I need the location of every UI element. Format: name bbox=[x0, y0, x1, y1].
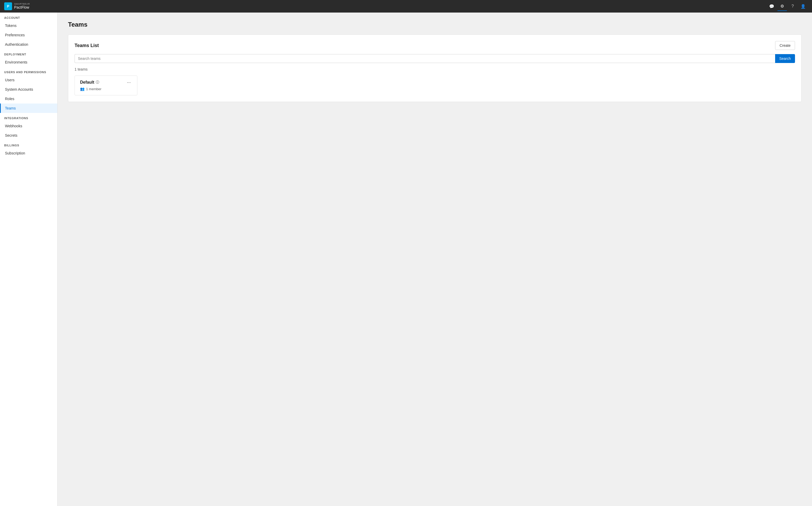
sidebar-section-integrations: INTEGRATIONS bbox=[0, 113, 57, 121]
sidebar-item-tokens[interactable]: Tokens bbox=[0, 21, 57, 30]
app-body: ACCOUNT Tokens Preferences Authenticatio… bbox=[0, 12, 812, 506]
sidebar-section-billings: BILLINGS bbox=[0, 140, 57, 149]
sidebar-section-account: ACCOUNT bbox=[0, 12, 57, 21]
settings-icon-button[interactable]: ⚙ bbox=[778, 2, 787, 11]
main-content: Teams Teams List Create Search 1 teams D… bbox=[58, 12, 812, 506]
topnav-actions: 💬 ⚙ ? 👤 bbox=[767, 2, 808, 11]
sidebar-item-teams[interactable]: Teams bbox=[0, 103, 57, 113]
team-meta: 👥 1 member bbox=[80, 87, 132, 91]
user-icon-button[interactable]: 👤 bbox=[798, 2, 808, 11]
team-member-count: 1 member bbox=[86, 87, 101, 91]
sidebar-item-users[interactable]: Users bbox=[0, 75, 57, 85]
settings-icon: ⚙ bbox=[780, 4, 784, 9]
search-button[interactable]: Search bbox=[775, 54, 795, 63]
sidebar-item-roles[interactable]: Roles bbox=[0, 94, 57, 103]
top-navigation: P SMARTBEAR PactFlow 💬 ⚙ ? 👤 bbox=[0, 0, 812, 12]
user-icon: 👤 bbox=[801, 4, 806, 9]
card-header: Teams List Create bbox=[75, 41, 795, 50]
search-row: Search bbox=[75, 54, 795, 63]
app-logo[interactable]: P SMARTBEAR PactFlow bbox=[4, 2, 30, 10]
card-title: Teams List bbox=[75, 43, 99, 48]
teams-count: 1 teams bbox=[75, 67, 795, 71]
team-card-default: Default ⓘ ··· 👥 1 member bbox=[75, 76, 137, 95]
team-card-header: Default ⓘ ··· bbox=[80, 80, 132, 85]
sidebar-item-webhooks[interactable]: Webhooks bbox=[0, 121, 57, 131]
help-icon: ? bbox=[792, 4, 794, 9]
sidebar-section-deployment: DEPLOYMENT bbox=[0, 49, 57, 58]
logo-icon: P bbox=[4, 2, 12, 10]
team-name: Default ⓘ bbox=[80, 80, 99, 85]
product-name: PactFlow bbox=[14, 5, 30, 9]
sidebar-item-environments[interactable]: Environments bbox=[0, 58, 57, 67]
page-title: Teams bbox=[68, 21, 802, 28]
team-name-label: Default bbox=[80, 80, 94, 85]
sidebar: ACCOUNT Tokens Preferences Authenticatio… bbox=[0, 12, 58, 506]
search-input[interactable] bbox=[75, 54, 775, 63]
sidebar-item-secrets[interactable]: Secrets bbox=[0, 131, 57, 140]
sidebar-item-system-accounts[interactable]: System Accounts bbox=[0, 85, 57, 94]
sidebar-item-authentication[interactable]: Authentication bbox=[0, 40, 57, 49]
members-icon: 👥 bbox=[80, 87, 84, 91]
create-button[interactable]: Create bbox=[775, 41, 795, 50]
chat-icon-button[interactable]: 💬 bbox=[767, 2, 777, 11]
info-icon[interactable]: ⓘ bbox=[96, 80, 99, 85]
chat-icon: 💬 bbox=[769, 4, 774, 9]
teams-card: Teams List Create Search 1 teams Default… bbox=[68, 34, 802, 102]
team-menu-button[interactable]: ··· bbox=[126, 80, 132, 85]
logo-text: SMARTBEAR PactFlow bbox=[14, 3, 30, 9]
sidebar-item-preferences[interactable]: Preferences bbox=[0, 30, 57, 40]
sidebar-item-subscription[interactable]: Subscription bbox=[0, 149, 57, 158]
help-icon-button[interactable]: ? bbox=[788, 2, 797, 11]
sidebar-section-users-permissions: USERS AND PERMISSIONS bbox=[0, 67, 57, 75]
